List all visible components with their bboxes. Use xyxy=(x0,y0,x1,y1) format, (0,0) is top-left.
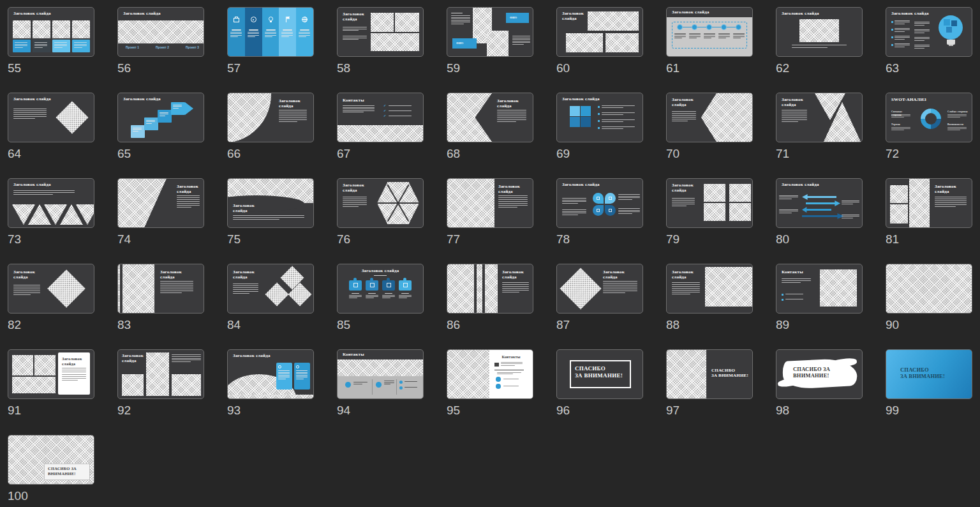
placeholder-image xyxy=(729,203,751,221)
slide-cell: Заголовок слайда 66 xyxy=(227,93,313,178)
slide-title: Заголовок слайда xyxy=(935,184,969,195)
slide-thumbnail-98[interactable]: СПАСИБО ЗА ВНИМАНИЕ! xyxy=(776,349,863,399)
slide-thumbnail-91[interactable]: Заголовок слайда xyxy=(8,349,94,399)
slide-number: 64 xyxy=(8,147,93,161)
text-line xyxy=(343,109,375,109)
slide-thumbnail-78[interactable]: Заголовок слайда xyxy=(556,178,643,228)
slide-thumbnail-81[interactable]: Заголовок слайда xyxy=(886,178,972,228)
placeholder-image xyxy=(122,374,144,396)
slide-thumbnail-72[interactable]: SWOT-АНАЛИЗСильные стороныСлабые стороны… xyxy=(886,93,972,142)
slide-cell: Заголовок слайда 65 xyxy=(117,93,203,178)
slide-thumbnail-61[interactable]: Заголовок слайда xyxy=(666,7,753,57)
text-line xyxy=(914,46,930,47)
slide-thumbnail-93[interactable]: Заголовок слайда xyxy=(227,349,314,399)
text-line xyxy=(296,372,308,373)
slide-thumbnail-76[interactable]: Заголовок слайда xyxy=(337,178,424,228)
placeholder-image xyxy=(605,33,639,52)
text-line xyxy=(603,285,637,285)
slide-thumbnail-58[interactable]: Заголовок слайда xyxy=(337,7,424,57)
slide-thumbnail-74[interactable]: Заголовок слайда xyxy=(117,178,204,228)
slide-thumbnail-92[interactable]: Заголовок слайда xyxy=(117,349,204,399)
placeholder-image xyxy=(172,374,201,396)
text-line xyxy=(13,289,40,289)
slide-thumbnail-97[interactable]: СПАСИБО ЗА ВНИМАНИЕ! xyxy=(666,349,753,399)
slide-thumbnail-79[interactable]: Заголовок слайда xyxy=(666,178,753,228)
slide-thumbnail-64[interactable]: Заголовок слайда xyxy=(8,93,94,142)
text-line xyxy=(74,44,87,45)
slide-thumbnail-89[interactable]: Контакты xyxy=(776,264,863,314)
text-line xyxy=(13,291,40,291)
slide-thumbnail-84[interactable]: Заголовок слайда xyxy=(227,264,314,314)
slide-thumbnail-100[interactable]: СПАСИБО ЗА ВНИМАНИЕ! xyxy=(8,435,94,485)
text-line xyxy=(352,293,359,294)
slide-thumbnail-55[interactable]: Заголовок слайда xyxy=(8,7,94,57)
slide-number: 74 xyxy=(117,232,203,246)
slide-thumbnail-69[interactable]: Заголовок слайда xyxy=(556,93,643,142)
slide-thumbnail-60[interactable]: Заголовок слайда xyxy=(556,7,643,57)
text-line xyxy=(62,378,86,379)
text-line xyxy=(947,116,967,116)
slide-thumbnail-75[interactable]: Заголовок слайда xyxy=(227,178,314,228)
arrow-shape xyxy=(802,213,844,219)
slide-cell: Заголовок слайда 78 xyxy=(556,178,642,264)
slide-thumbnail-68[interactable]: Заголовок слайда xyxy=(447,93,533,142)
text-line xyxy=(603,292,625,293)
slide-thumbnail-62[interactable]: Заголовок слайда xyxy=(776,7,863,57)
slide-thumbnail-57[interactable] xyxy=(227,7,314,57)
text-line xyxy=(891,128,910,129)
slide-thumbnail-95[interactable]: Контакты xyxy=(447,349,533,399)
slide-number: 89 xyxy=(776,318,861,332)
slide-number: 92 xyxy=(117,404,203,418)
slide-thumbnail-85[interactable]: Заголовок слайда xyxy=(337,264,424,314)
puzzle-piece xyxy=(944,19,950,26)
slide-thumbnail-99[interactable]: СПАСИБО ЗА ВНИМАНИЕ! xyxy=(886,349,972,399)
slide-thumbnail-90[interactable] xyxy=(886,264,972,314)
slide-thumbnail-65[interactable]: Заголовок слайда xyxy=(117,93,204,142)
list-marker xyxy=(598,127,600,129)
slide-thumbnail-88[interactable]: Заголовок слайда xyxy=(666,264,753,314)
slide-cell: 57 xyxy=(227,7,313,93)
slide-title: Заголовок слайда xyxy=(782,11,856,16)
slide-thumbnail-96[interactable]: СПАСИБО ЗА ВНИМАНИЕ! xyxy=(556,349,643,399)
text-line xyxy=(672,117,696,117)
slide-thumbnail-73[interactable]: Заголовок слайда xyxy=(8,178,94,228)
text-line xyxy=(497,112,526,112)
text-line xyxy=(248,35,259,36)
slide-thumbnail-70[interactable]: Заголовок слайда xyxy=(666,93,753,142)
slide-thumbnail-67[interactable]: Контакты✓✓✓ xyxy=(337,93,424,142)
placeholder-image xyxy=(34,355,56,375)
slide-thumbnail-59[interactable]: ФИОФИО xyxy=(447,7,533,57)
step-box xyxy=(131,125,145,138)
slide-thumbnail-66[interactable]: Заголовок слайда xyxy=(227,93,314,142)
text-line xyxy=(385,293,392,294)
slide-thumbnail-86[interactable]: Заголовок слайда xyxy=(447,264,533,314)
text-line xyxy=(672,294,690,294)
arrow-head xyxy=(185,102,193,115)
text-line xyxy=(497,110,526,110)
slide-thumbnail-63[interactable]: Заголовок слайда xyxy=(886,7,972,57)
text-line xyxy=(672,286,700,287)
text-line xyxy=(502,286,529,287)
slide-number: 57 xyxy=(227,61,313,75)
slide-thumbnail-87[interactable]: Заголовок слайда xyxy=(556,264,643,314)
placeholder-image xyxy=(566,33,603,52)
slide-number: 70 xyxy=(666,147,752,161)
slide-cell: Заголовок слайда 86 xyxy=(447,264,532,349)
slide-title: Заголовок слайда xyxy=(123,96,197,102)
slide-title: Заголовок слайда xyxy=(122,353,146,364)
slide-thumbnail-83[interactable]: Заголовок слайда xyxy=(117,264,204,314)
text-line xyxy=(249,29,258,31)
slide-thumbnail-80[interactable]: Заголовок слайда xyxy=(776,178,863,228)
slide-thumbnail-71[interactable]: Заголовок слайда xyxy=(776,93,863,142)
text-line xyxy=(562,215,578,215)
text-line xyxy=(233,291,258,292)
slide-thumbnail-77[interactable]: Заголовок слайда xyxy=(447,178,533,228)
slide-thumbnail-94[interactable]: Контакты xyxy=(337,349,424,399)
text-line xyxy=(399,296,412,297)
text-line xyxy=(618,197,640,198)
slide-thumbnail-82[interactable]: Заголовок слайда xyxy=(8,264,94,314)
text-line xyxy=(914,40,924,41)
text-line xyxy=(785,299,803,299)
slide-thumbnail-56[interactable]: Заголовок слайдаПроект 1Проект 2Проект 3 xyxy=(117,7,204,57)
text-line xyxy=(266,29,276,31)
